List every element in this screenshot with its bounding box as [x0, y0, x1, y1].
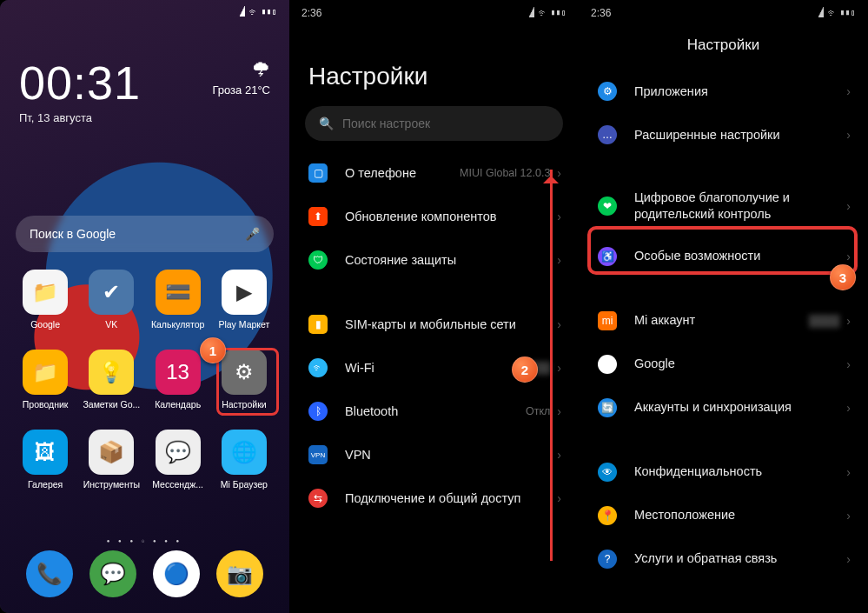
settings-icon: ⬆: [308, 207, 328, 226]
dock: 📞💬🔵📷: [0, 547, 289, 601]
status-bar: 2:36 ◢ ᯤ ▮▮▯: [579, 0, 868, 26]
settings-item-обновление-компонентов[interactable]: ⬆ Обновление компонентов ›: [289, 195, 579, 238]
app-инструменты[interactable]: 📦Инструменты: [78, 430, 144, 506]
settings-item-google[interactable]: G Google ›: [579, 343, 868, 386]
google-search-bar[interactable]: Поиск в Google 🎤: [16, 216, 274, 252]
dock-app[interactable]: 💬: [89, 550, 136, 597]
app-icon: 📦: [89, 430, 134, 475]
settings-icon: ?: [598, 550, 617, 569]
settings-icon: ❤: [598, 197, 617, 216]
chevron-right-icon: ›: [557, 317, 561, 331]
dock-app[interactable]: 🔵: [153, 550, 200, 597]
chevron-right-icon: ›: [846, 509, 851, 523]
dock-app[interactable]: 📷: [216, 550, 263, 597]
page-title: Настройки: [579, 37, 868, 54]
app-icon: 13: [156, 350, 201, 395]
status-time: 2:36: [591, 7, 611, 19]
app-календарь[interactable]: 13Календарь: [145, 350, 211, 426]
settings-label: VPN: [345, 447, 557, 463]
settings-label: Цифровое благополучие и родительский кон…: [634, 190, 846, 223]
app-мессендж-[interactable]: 💬Мессендж...: [145, 430, 211, 506]
settings-search[interactable]: 🔍 Поиск настроек: [305, 106, 563, 141]
chevron-right-icon: ›: [846, 552, 851, 566]
weather-widget[interactable]: 🌩 Гроза 21°C: [213, 59, 271, 97]
settings-item-о-телефоне[interactable]: ▢ О телефоне MIUI Global 12.0.3›: [289, 151, 579, 195]
app-заметки-go-[interactable]: 💡Заметки Go...: [78, 350, 144, 426]
chevron-right-icon: ›: [846, 401, 851, 415]
app-калькулятор[interactable]: 🟰Калькулятор: [145, 270, 211, 346]
settings-value: Откл: [526, 405, 550, 417]
mic-icon[interactable]: 🎤: [245, 227, 260, 241]
app-mi-браузер[interactable]: 🌐Mi Браузер: [211, 430, 277, 506]
chevron-right-icon: ›: [846, 199, 851, 213]
settings-item-sim-карты-и-мобильные-сети[interactable]: ▮ SIM-карты и мобильные сети ›: [289, 303, 579, 346]
settings-icon: …: [598, 125, 617, 144]
settings-value: MIUI Global 12.0.3: [460, 167, 550, 179]
settings-label: Услуги и обратная связь: [634, 550, 846, 567]
chevron-right-icon: ›: [557, 448, 561, 462]
settings-item-подключение-и-общий-доступ[interactable]: ⇆ Подключение и общий доступ ›: [289, 476, 579, 520]
app-label: Проводник: [23, 399, 69, 410]
app-icon: 💡: [89, 350, 134, 395]
settings-icon: 👁: [598, 463, 617, 482]
app-проводник[interactable]: 📁Проводник: [12, 350, 78, 426]
settings-item-состояние-защиты[interactable]: 🛡 Состояние защиты ›: [289, 238, 579, 282]
settings-label: Обновление компонентов: [345, 209, 557, 225]
app-icon: ✔: [89, 270, 134, 315]
settings-label: Конфиденциальность: [634, 463, 846, 480]
annotation-badge-1: 1: [200, 337, 226, 363]
annotation-arrow: [550, 170, 553, 561]
status-bar: 2:36 ◢ ᯤ ▮▮▯: [289, 0, 579, 26]
app-google[interactable]: 📁Google: [12, 270, 78, 346]
annotation-badge-2: 2: [512, 356, 538, 383]
app-icon: 📁: [23, 350, 68, 395]
weather-label: Гроза: [213, 83, 242, 97]
settings-icon: ⚙: [598, 82, 617, 101]
chevron-right-icon: ›: [557, 253, 561, 267]
settings-item-mi-аккаунт[interactable]: mi Mi аккаунт ████›: [579, 299, 868, 343]
settings-item-приложения[interactable]: ⚙ Приложения ›: [579, 70, 868, 113]
app-галерея[interactable]: 🖼Галерея: [12, 430, 78, 506]
settings-item-расширенные-настройки[interactable]: … Расширенные настройки ›: [579, 113, 868, 157]
settings-scrolled: 2:36 ◢ ᯤ ▮▮▯ Настройки ⚙ Приложения ›… Р…: [579, 0, 868, 613]
search-placeholder: Поиск в Google: [30, 227, 116, 241]
settings-label: Mi аккаунт: [634, 312, 809, 329]
status-time: 2:36: [301, 7, 321, 19]
app-vk[interactable]: ✔VK: [78, 270, 144, 346]
status-icons: ◢ ᯤ ▮▮▯: [529, 7, 567, 19]
settings-label: Состояние защиты: [345, 252, 557, 269]
chevron-right-icon: ›: [846, 84, 851, 98]
status-left: ⠀: [12, 6, 20, 18]
settings-item-bluetooth[interactable]: ᛒ Bluetooth Откл›: [289, 390, 579, 433]
settings-label: Bluetooth: [345, 403, 526, 420]
app-label: Инструменты: [83, 479, 140, 490]
settings-list[interactable]: ⚙ Приложения ›… Расширенные настройки ›❤…: [579, 70, 868, 613]
settings-item-местоположение[interactable]: 📍 Местоположение ›: [579, 494, 868, 537]
settings-icon: VPN: [308, 445, 328, 464]
chevron-right-icon: ›: [557, 361, 561, 375]
settings-item-vpn[interactable]: VPN VPN ›: [289, 433, 579, 476]
settings-icon: ᯤ: [308, 358, 328, 377]
search-placeholder: Поиск настроек: [342, 117, 430, 130]
app-label: Календарь: [155, 399, 201, 410]
clock-widget[interactable]: 00:31 Пт, 13 августа: [19, 56, 141, 124]
settings-label: Google: [634, 356, 846, 372]
chevron-right-icon: ›: [846, 465, 851, 479]
app-play-маркет[interactable]: ▶Play Маркет: [211, 270, 277, 346]
app-label: Калькулятор: [151, 319, 204, 330]
app-icon: 🟰: [156, 270, 201, 315]
settings-value: ████: [809, 315, 839, 327]
chevron-right-icon: ›: [846, 128, 851, 142]
settings-item-аккаунты-и-синхронизация[interactable]: 🔄 Аккаунты и синхронизация ›: [579, 386, 868, 430]
settings-icon: ▮: [308, 315, 328, 334]
settings-label: Подключение и общий доступ: [345, 490, 557, 507]
settings-item-конфиденциальность[interactable]: 👁 Конфиденциальность ›: [579, 450, 868, 494]
settings-icon: G: [598, 355, 617, 374]
settings-item-услуги-и-обратная-связь[interactable]: ? Услуги и обратная связь ›: [579, 537, 868, 581]
settings-list[interactable]: ▢ О телефоне MIUI Global 12.0.3›⬆ Обновл…: [289, 151, 579, 613]
settings-label: Местоположение: [634, 507, 846, 523]
search-icon: 🔍: [319, 117, 334, 130]
dock-app[interactable]: 📞: [26, 550, 73, 597]
chevron-right-icon: ›: [557, 491, 561, 505]
settings-label: Расширенные настройки: [634, 127, 846, 143]
